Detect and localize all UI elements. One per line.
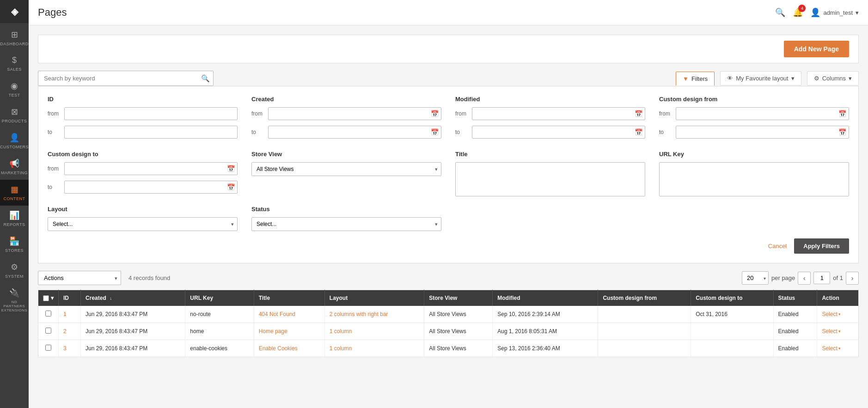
created-from-input[interactable]: [268, 107, 441, 120]
row-select-link[interactable]: Select: [822, 311, 837, 317]
search-submit-button[interactable]: 🔍: [201, 74, 210, 83]
sidebar-item-label: SYSTEM: [5, 274, 24, 279]
modified-to-input[interactable]: [472, 126, 645, 139]
row-url-key: enable-cookies: [185, 340, 254, 357]
search-icon[interactable]: 🔍: [775, 7, 785, 18]
modified-from-input[interactable]: [472, 107, 645, 120]
per-page-select[interactable]: 20 30 50 100 200: [742, 271, 769, 285]
logo-icon: ◈: [11, 6, 18, 17]
columns-dropdown-icon: ▾: [849, 75, 852, 82]
sidebar-item-label: STORES: [5, 248, 24, 253]
columns-label: Columns: [822, 75, 846, 82]
row-id: 3: [59, 340, 81, 357]
layout-select[interactable]: Select... 1 column 2 columns with right …: [48, 217, 238, 231]
sidebar-item-test[interactable]: ◉ TEST: [0, 76, 29, 102]
row-checkbox[interactable]: [45, 311, 51, 317]
sidebar-item-content[interactable]: ▦ CONTENT: [0, 180, 29, 206]
row-status: Enabled: [773, 306, 817, 323]
sidebar-item-label: PRODUCTS: [2, 119, 27, 123]
sidebar-item-nd-partners[interactable]: 🔌 ND PARTNERSEXTENSIONS: [0, 283, 29, 317]
row-select-caret[interactable]: ▾: [838, 329, 841, 334]
row-layout-link[interactable]: 2 columns with right bar: [330, 311, 388, 317]
header-actions: 🔍 🔔 4 👤 admin_test ▾: [775, 7, 859, 18]
prev-page-button[interactable]: ‹: [798, 272, 811, 285]
row-title-link[interactable]: Home page: [259, 328, 287, 335]
marketing-icon: 📢: [9, 158, 19, 169]
add-new-page-button[interactable]: Add New Page: [784, 41, 849, 57]
test-icon: ◉: [11, 81, 18, 91]
sidebar-item-stores[interactable]: 🏪 STORES: [0, 231, 29, 257]
actions-select[interactable]: Actions Delete Disable Enable: [38, 271, 121, 285]
th-created-label: Created: [86, 295, 106, 301]
row-checkbox[interactable]: [45, 328, 51, 334]
row-select-link[interactable]: Select: [822, 345, 837, 352]
filter-cdf-from-row: from 📅: [659, 107, 849, 120]
sidebar-item-products[interactable]: ⊠ PRODUCTS: [0, 102, 29, 128]
th-layout-label: Layout: [330, 295, 348, 301]
eye-icon: 👁: [727, 75, 733, 82]
cdt-from-input[interactable]: [64, 162, 238, 175]
apply-filters-button[interactable]: Apply Filters: [794, 238, 849, 254]
sidebar-item-customers[interactable]: 👤 CUSTOMERS: [0, 128, 29, 154]
checkbox-dropdown-icon[interactable]: ▾: [51, 295, 54, 301]
nd-partners-icon: 🔌: [9, 288, 19, 298]
row-id: 1: [59, 306, 81, 323]
cdt-to-input[interactable]: [64, 181, 238, 194]
created-to-input[interactable]: [268, 126, 441, 139]
filters-button[interactable]: ▼ Filters: [676, 72, 715, 85]
select-all-checkbox[interactable]: [43, 295, 49, 301]
sidebar-item-reports[interactable]: 📊 REPORTS: [0, 206, 29, 231]
row-layout-link[interactable]: 1 column: [330, 345, 352, 352]
row-layout: 1 column: [324, 340, 424, 357]
th-title-label: Title: [259, 295, 270, 301]
th-created[interactable]: Created ↓: [81, 290, 185, 306]
th-layout: Layout: [324, 290, 424, 306]
status-select[interactable]: Select... Enabled Disabled: [251, 217, 441, 231]
sort-down-icon: ↓: [110, 296, 112, 301]
sidebar-item-label: MARKETING: [1, 171, 28, 175]
row-checkbox[interactable]: [45, 345, 51, 351]
th-custom-design-to-label: Custom design to: [696, 295, 742, 301]
store-view-select[interactable]: All Store Views Default Store View: [251, 162, 441, 176]
title-input[interactable]: [455, 162, 645, 196]
id-from-label: from: [48, 110, 61, 117]
row-select-link[interactable]: Select: [822, 328, 837, 335]
sidebar-item-dashboard[interactable]: ⊞ DASHBOARD: [0, 25, 29, 51]
layout-button[interactable]: 👁 My Favourite layout ▾: [720, 71, 801, 85]
cdf-to-input[interactable]: [676, 126, 849, 139]
columns-button[interactable]: ⚙ Columns ▾: [807, 71, 859, 85]
row-select-caret[interactable]: ▾: [838, 312, 841, 317]
row-title: 404 Not Found: [254, 306, 324, 323]
notifications-wrapper[interactable]: 🔔 4: [793, 7, 803, 18]
main-content: Pages 🔍 🔔 4 👤 admin_test ▾ Add New Page …: [29, 0, 868, 408]
row-id-link[interactable]: 2: [63, 328, 67, 335]
row-checkbox-cell: [38, 340, 59, 357]
user-menu[interactable]: 👤 admin_test ▾: [810, 7, 859, 18]
sales-icon: $: [12, 55, 17, 65]
cdf-from-input[interactable]: [676, 107, 849, 120]
sidebar-item-sales[interactable]: $ SALES: [0, 51, 29, 76]
search-input[interactable]: [38, 71, 214, 86]
row-checkbox-cell: [38, 306, 59, 323]
id-from-input[interactable]: [64, 107, 238, 120]
table-header: ▾ ID Created ↓ URL Key Title: [38, 290, 859, 306]
sidebar-item-marketing[interactable]: 📢 MARKETING: [0, 154, 29, 180]
url-key-input[interactable]: [659, 162, 849, 196]
row-title-link[interactable]: 404 Not Found: [259, 311, 295, 317]
table-row: 3 Jun 29, 2016 8:43:47 PM enable-cookies…: [38, 340, 859, 357]
cancel-filters-button[interactable]: Cancel: [768, 243, 787, 250]
row-select-caret[interactable]: ▾: [838, 346, 841, 351]
sidebar-item-system[interactable]: ⚙ SYSTEM: [0, 257, 29, 283]
next-page-button[interactable]: ›: [846, 272, 859, 285]
row-layout-link[interactable]: 1 column: [330, 328, 352, 335]
row-id-link[interactable]: 1: [63, 311, 67, 317]
filter-id-to-row: to: [48, 126, 238, 139]
row-title-link[interactable]: Enable Cookies: [259, 345, 298, 352]
id-to-input[interactable]: [64, 126, 238, 139]
th-custom-design-from: Custom design from: [598, 290, 691, 306]
page-number-input[interactable]: [813, 272, 830, 284]
filter-cdf-to-row: to 📅: [659, 126, 849, 139]
created-to-cal-wrapper: 📅: [268, 126, 441, 139]
row-id-link[interactable]: 3: [63, 345, 67, 352]
filter-url-key: URL Key: [659, 151, 849, 196]
